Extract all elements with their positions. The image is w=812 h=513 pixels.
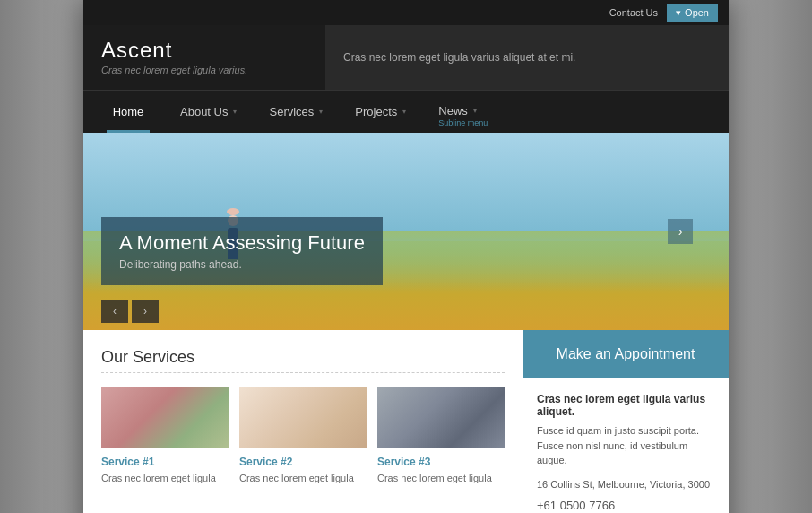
- sidebar-content: Cras nec lorem eget ligula varius alique…: [523, 378, 729, 513]
- hero-overlay: A Moment Assessing Future Deliberating p…: [101, 217, 383, 285]
- hero-subtitle: Deliberating paths ahead.: [119, 258, 365, 271]
- chevron-down-icon: ▾: [676, 7, 681, 19]
- chevron-down-icon: ▾: [233, 108, 237, 116]
- main-content: Our Services Service #1 Cras nec lorem e…: [83, 330, 729, 513]
- top-bar: Contact Us ▾ Open: [83, 0, 729, 25]
- services-grid: Service #1 Cras nec lorem eget ligula Se…: [101, 387, 505, 485]
- service-image-2: [239, 387, 367, 448]
- hero-title: A Moment Assessing Future: [119, 231, 365, 255]
- nav-item-news[interactable]: News ▾ Subline menu: [422, 91, 504, 133]
- nav-item-about[interactable]: About Us ▾: [164, 91, 253, 133]
- logo-subtitle: Cras nec lorem eget ligula varius.: [101, 65, 307, 75]
- service-link-1[interactable]: Service #1: [101, 456, 229, 468]
- service-image-1: [101, 387, 229, 448]
- sidebar: Make an Appointment Cras nec lorem eget …: [523, 330, 729, 513]
- hero-section: › A Moment Assessing Future Deliberating…: [83, 133, 729, 330]
- contact-link[interactable]: Contact Us: [609, 7, 658, 18]
- chevron-down-icon: ▾: [473, 107, 477, 115]
- sidebar-bold-text: Cras nec lorem eget ligula varius alique…: [537, 393, 714, 418]
- sidebar-address: 16 Collins St, Melbourne, Victoria, 3000: [537, 479, 714, 490]
- navigation: Home About Us ▾ Services ▾ Projects ▾: [83, 90, 729, 133]
- nav-item-services[interactable]: Services ▾: [253, 91, 339, 133]
- chevron-down-icon: ▾: [402, 108, 406, 116]
- open-button[interactable]: ▾ Open: [667, 4, 718, 22]
- services-title: Our Services: [101, 348, 505, 367]
- service-desc-2: Cras nec lorem eget ligula: [239, 472, 367, 485]
- service-image-3: [377, 387, 505, 448]
- sidebar-phone: +61 0500 7766: [537, 499, 714, 512]
- service-link-2[interactable]: Service #2: [239, 456, 367, 468]
- header-tagline: Cras nec lorem eget ligula varius alique…: [325, 25, 729, 90]
- service-desc-1: Cras nec lorem eget ligula: [101, 472, 229, 485]
- hero-prev-button[interactable]: ‹: [101, 300, 128, 323]
- hero-next-control-button[interactable]: ›: [132, 300, 159, 323]
- nav-submenu-label: Subline menu: [438, 118, 488, 127]
- logo-title: Ascent: [101, 38, 307, 63]
- appointment-button[interactable]: Make an Appointment: [523, 330, 729, 378]
- section-divider: [101, 372, 505, 373]
- header: Ascent Cras nec lorem eget ligula varius…: [83, 25, 729, 90]
- hero-controls: ‹ ›: [101, 300, 159, 323]
- hero-next-button[interactable]: ›: [668, 219, 693, 244]
- chevron-down-icon: ▾: [319, 108, 323, 116]
- service-card-2: Service #2 Cras nec lorem eget ligula: [239, 387, 367, 485]
- service-card-1: Service #1 Cras nec lorem eget ligula: [101, 387, 229, 485]
- sidebar-body-text: Fusce id quam in justo suscipit porta. F…: [537, 423, 714, 468]
- nav-item-projects[interactable]: Projects ▾: [339, 91, 422, 133]
- services-section: Our Services Service #1 Cras nec lorem e…: [83, 330, 523, 513]
- service-link-3[interactable]: Service #3: [377, 456, 505, 468]
- logo-area: Ascent Cras nec lorem eget ligula varius…: [83, 25, 325, 90]
- service-card-3: Service #3 Cras nec lorem eget ligula: [377, 387, 505, 485]
- nav-item-home[interactable]: Home: [92, 91, 164, 133]
- service-desc-3: Cras nec lorem eget ligula: [377, 472, 505, 485]
